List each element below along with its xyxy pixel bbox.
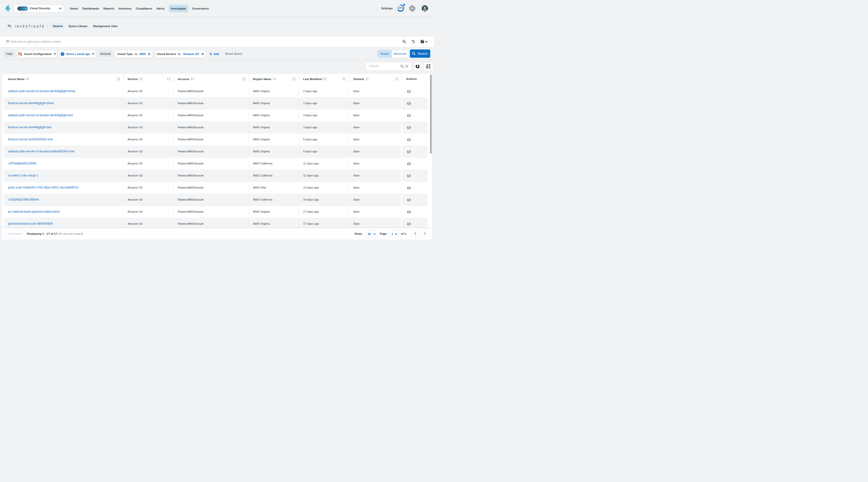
svg-text:AI: AI	[411, 7, 414, 10]
